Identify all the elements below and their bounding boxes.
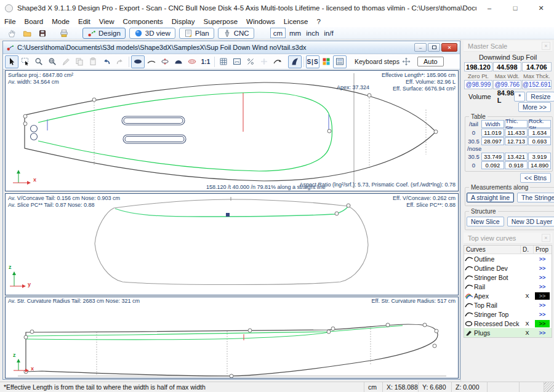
menu-file[interactable]: File (0, 18, 20, 25)
star-button[interactable]: * (514, 92, 525, 102)
rocker-view-button[interactable] (145, 55, 158, 68)
doc-close-button[interactable]: ✕ (441, 43, 457, 52)
board-outline-curve[interactable] (25, 82, 436, 181)
btns-toggle-button[interactable]: << Btns (520, 173, 551, 183)
outline-view-panel[interactable]: Surface proj.: 6847.80 cm² Av. width: 34… (5, 70, 459, 191)
fins-button[interactable] (288, 55, 302, 68)
paste-button[interactable] (86, 55, 100, 68)
unit-cm[interactable]: cm (270, 28, 286, 38)
table-cell[interactable]: 1.634 (528, 129, 551, 137)
zoom-window-button[interactable] (46, 55, 59, 68)
table-cell[interactable]: 13.421 (505, 153, 528, 161)
zero-pt-field[interactable]: @98.999 (464, 80, 492, 89)
unit-mm[interactable]: mm (287, 30, 303, 37)
curve-prop-button[interactable]: >> (535, 265, 550, 272)
table-cell[interactable]: 3.919 (528, 153, 551, 161)
auto-button[interactable]: Auto (417, 57, 444, 66)
symmetry-button[interactable]: S|S (306, 55, 319, 68)
wireframe-view-button[interactable] (185, 55, 199, 68)
menu-display[interactable]: Display (167, 18, 199, 25)
master-scale-close-icon[interactable]: ✕ (542, 42, 550, 50)
more-button[interactable]: More >> (518, 102, 551, 112)
top-view-curves-close-icon[interactable]: ✕ (542, 234, 550, 242)
zoom-tool-button[interactable] (32, 55, 46, 68)
curve-prop-button[interactable]: >> (535, 329, 550, 337)
profile-outline-curve[interactable] (26, 324, 438, 376)
doc-restore-button[interactable] (428, 43, 440, 52)
guides-button[interactable] (257, 55, 271, 68)
open-file-icon[interactable] (19, 28, 34, 39)
top-view-curves-header[interactable]: Top view curves ✕ (464, 233, 552, 244)
width-field[interactable]: 44.598 (493, 62, 521, 71)
outline-view-button[interactable] (131, 55, 145, 68)
max-wdt-field[interactable]: @99.766 (493, 80, 521, 89)
plan-button[interactable]: Plan (179, 28, 214, 39)
print-icon[interactable] (56, 28, 71, 39)
menu-view[interactable]: View (95, 18, 119, 25)
cnc-button[interactable]: CNC (218, 28, 254, 39)
slice-view-panel[interactable]: Av. V/Concave Tail: 0.156 cm Nose: 0.903… (5, 193, 459, 295)
curve-prop-button[interactable]: >> (535, 255, 550, 263)
table-cell[interactable]: 28.097 (481, 137, 504, 145)
menu-edit[interactable]: Edit (74, 18, 95, 25)
max-thck-field[interactable]: @152.691 (522, 80, 552, 89)
table-cell[interactable]: 11.019 (481, 129, 504, 137)
grid-button[interactable] (217, 55, 230, 68)
profile-view-panel[interactable]: Av. Str. Curvature Radius Tail: 2683 cm … (5, 297, 459, 378)
curve-display-flag[interactable]: X (521, 293, 533, 299)
one-to-one-button[interactable]: 1:1 (199, 55, 212, 68)
plugs[interactable] (31, 126, 38, 140)
curve-row-outline[interactable]: Outline >> (464, 254, 552, 263)
curve-arrow-button[interactable] (271, 55, 284, 68)
menu-license[interactable]: License (279, 18, 313, 25)
app-titlebar[interactable]: Shape3d X 9.1.1.9 Design Pro - Export - … (0, 0, 554, 16)
design-mode-button[interactable]: Design (82, 28, 126, 39)
save-icon[interactable] (34, 28, 50, 39)
curve-prop-button[interactable]: >> (535, 302, 550, 309)
slice-deck-curve[interactable] (115, 206, 348, 217)
outline-control-points[interactable] (23, 94, 438, 134)
profile-control-points[interactable] (24, 323, 438, 378)
move-steps-button[interactable] (399, 55, 413, 68)
curve-prop-button[interactable]: >> (535, 320, 550, 327)
curve-prop-button[interactable]: >> (535, 283, 550, 290)
curve-display-flag[interactable]: X (521, 330, 533, 336)
close-button[interactable]: ✕ (528, 0, 554, 16)
menu-help[interactable]: ? (312, 18, 324, 25)
new-3d-layer-button[interactable]: New 3D Layer (507, 217, 554, 226)
slice-view-canvas[interactable] (6, 194, 458, 295)
curve-prop-button[interactable]: >> (535, 311, 550, 318)
select-zone-button[interactable] (18, 55, 32, 68)
redo-button[interactable] (113, 55, 127, 68)
outline-view-canvas[interactable] (6, 71, 458, 191)
unit-inch[interactable]: inch (303, 30, 321, 37)
resize-grip[interactable] (544, 382, 554, 392)
box-slots[interactable] (122, 116, 186, 143)
curve-prop-button[interactable]: >> (535, 274, 550, 281)
length-field[interactable]: 198.120 (464, 62, 492, 71)
slice-panel-button[interactable] (230, 55, 244, 68)
menu-windows[interactable]: Windows (242, 18, 279, 25)
minimize-button[interactable]: – (476, 0, 502, 16)
3d-view-button[interactable]: 3D view (129, 28, 175, 39)
selected-control-point[interactable] (226, 213, 230, 217)
colors-button[interactable] (319, 55, 333, 68)
undo-button[interactable] (100, 55, 113, 68)
curve-display-flag[interactable]: X (521, 321, 533, 327)
menu-components[interactable]: Components (119, 18, 167, 25)
curve-prop-button[interactable]: >> (535, 292, 550, 300)
table-cell[interactable]: 14.890 (528, 161, 551, 169)
recessed-deck-curve[interactable] (38, 92, 332, 171)
curve-row-stringer-top[interactable]: Stringer Top >> (464, 310, 552, 319)
document-titlebar[interactable]: C:\Users\thoma\Documents\S3d models\Shap… (3, 41, 460, 54)
table-cell[interactable]: 0.092 (481, 161, 504, 169)
properties-panel-button[interactable] (333, 55, 347, 68)
curve-row-outline-dev[interactable]: Outline Dev >> (464, 263, 552, 273)
select-tool-button[interactable] (5, 55, 18, 68)
percent-button[interactable] (244, 55, 257, 68)
maximize-button[interactable]: □ (502, 0, 528, 16)
thickness-view-button[interactable] (158, 55, 172, 68)
curve-row-stringer-bot[interactable]: Stringer Bot >> (464, 273, 552, 282)
resize-button[interactable]: Resize (526, 92, 554, 102)
straight-line-button[interactable]: A straight line (467, 193, 514, 202)
